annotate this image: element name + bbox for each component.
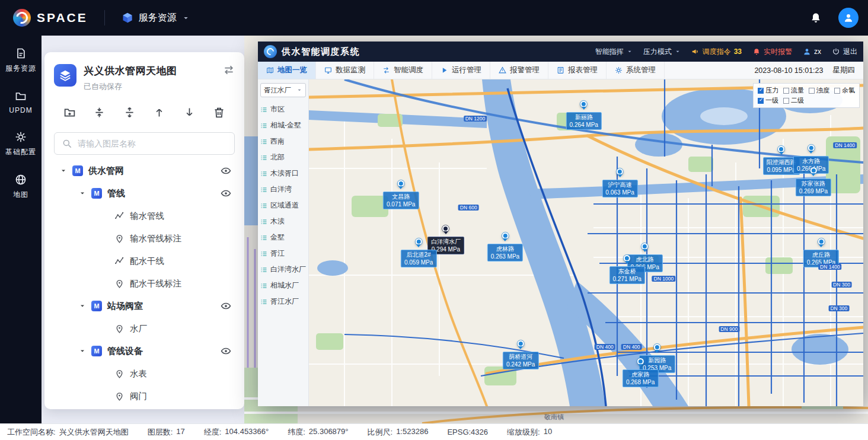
pressure-marker-虎家路[interactable]: 虎家路0.268 MPa bbox=[623, 358, 658, 387]
eye-icon[interactable] bbox=[221, 188, 231, 199]
tree-item-阀门[interactable]: 阀门 bbox=[54, 385, 235, 407]
tree-item-管线[interactable]: M管线 bbox=[54, 182, 235, 205]
eye-icon[interactable] bbox=[221, 346, 231, 356]
dispatch-orders-button[interactable]: 调度指令 33 bbox=[691, 47, 742, 57]
zone-list-icon bbox=[260, 122, 267, 129]
caret-down-icon[interactable] bbox=[79, 190, 86, 197]
run-icon bbox=[441, 66, 448, 74]
search-input[interactable] bbox=[78, 139, 227, 148]
sidebar-item-地图[interactable]: 地图 bbox=[13, 174, 28, 200]
pressure-marker-苏家张路[interactable]: 苏家张路0.269 MPa bbox=[796, 167, 831, 196]
realtime-alarm-button[interactable]: 实时报警 bbox=[752, 47, 792, 57]
tree-item-label: 配水干线 bbox=[130, 256, 164, 267]
legend-item-压力[interactable]: 压力 bbox=[758, 86, 778, 95]
zone-item-相城水厂[interactable]: 相城水厂 bbox=[260, 278, 306, 294]
caret-down-icon[interactable] bbox=[60, 167, 67, 174]
checkbox-icon[interactable] bbox=[809, 88, 815, 94]
layer-search bbox=[54, 132, 235, 155]
tab-数据监测[interactable]: 数据监测 bbox=[316, 62, 374, 79]
pressure-marker-东金桥[interactable]: 东金桥0.271 MPa bbox=[609, 255, 645, 284]
zone-list-icon bbox=[260, 106, 267, 113]
zone-list-icon bbox=[260, 202, 267, 209]
zone-label: 胥江水厂 bbox=[270, 296, 299, 307]
tab-运行管理[interactable]: 运行管理 bbox=[432, 62, 490, 79]
checkbox-icon[interactable] bbox=[834, 88, 840, 94]
tree-item-站场阀室[interactable]: M站场阀室 bbox=[54, 295, 235, 317]
pressure-marker-后北道2#[interactable]: 后北道2#0.059 MPa bbox=[401, 238, 436, 267]
checkbox-icon[interactable] bbox=[783, 98, 789, 104]
tree-item-输水管线标注[interactable]: 输水管线标注 bbox=[54, 227, 235, 250]
user-menu[interactable]: zx bbox=[803, 47, 821, 56]
zone-item-区域通道[interactable]: 区域通道 bbox=[260, 197, 306, 213]
zone-item-相城-金墅[interactable]: 相城-金墅 bbox=[260, 117, 306, 133]
eye-icon[interactable] bbox=[221, 165, 231, 176]
header-menu-智能指挥[interactable]: 智能指挥 bbox=[595, 47, 633, 57]
swap-button[interactable] bbox=[223, 64, 235, 76]
legend-item-流量[interactable]: 流量 bbox=[783, 86, 804, 95]
expand-vertical-button[interactable] bbox=[119, 101, 140, 123]
zone-item-白洋湾[interactable]: 白洋湾 bbox=[260, 181, 306, 197]
header-menus: 智能指挥 压力模式 bbox=[595, 47, 681, 57]
header-menu-压力模式[interactable]: 压力模式 bbox=[643, 47, 681, 57]
legend-item-浊度[interactable]: 浊度 bbox=[809, 86, 829, 95]
dispatch-title: 供水智能调度系统 bbox=[282, 46, 360, 58]
pressure-marker-虎丘路[interactable]: 虎丘路0.265 MPa bbox=[803, 238, 839, 267]
pressure-marker-荫桥道河[interactable]: 荫桥道河0.242 MPa bbox=[503, 340, 538, 369]
tree-item-水厂[interactable]: 水厂 bbox=[54, 317, 235, 340]
bell-icon[interactable] bbox=[810, 12, 822, 24]
zone-item-胥江水厂[interactable]: 胥江水厂 bbox=[260, 294, 306, 310]
pipe-label-2: DN 1400 bbox=[833, 142, 857, 148]
station-select[interactable]: 胥江水厂 bbox=[260, 83, 306, 97]
checkbox-icon[interactable] bbox=[783, 88, 789, 94]
checkbox-icon[interactable] bbox=[758, 98, 764, 104]
sidebar-item-基础配置[interactable]: 基础配置 bbox=[5, 131, 36, 157]
map-area[interactable]: 新丽路0.264 MPa 阳澄湖西路0.095 MPa 永方路0.266 MPa… bbox=[309, 79, 863, 406]
status-label: 缩放级别: bbox=[507, 427, 540, 438]
nav-service-resources[interactable]: 服务资源 bbox=[122, 12, 190, 24]
zone-item-西南[interactable]: 西南 bbox=[260, 133, 306, 149]
logout-button[interactable]: 退出 bbox=[832, 47, 857, 57]
tree-item-供水管网[interactable]: M供水管网 bbox=[54, 160, 235, 182]
checkbox-icon[interactable] bbox=[758, 88, 764, 94]
tree-item-水表[interactable]: 水表 bbox=[54, 362, 235, 385]
tree-item-配水干线[interactable]: 配水干线 bbox=[54, 250, 235, 272]
zone-item-白洋湾水厂[interactable]: 白洋湾水厂 bbox=[260, 262, 306, 278]
legend-item-一级[interactable]: 一级 bbox=[758, 96, 778, 105]
folder-plus-button[interactable] bbox=[59, 101, 80, 123]
arrow-down-button[interactable] bbox=[178, 101, 200, 123]
tab-智能调度[interactable]: 智能调度 bbox=[374, 62, 432, 79]
legend-label: 余氯 bbox=[842, 86, 855, 95]
trash-button[interactable] bbox=[209, 101, 230, 123]
caret-down-icon[interactable] bbox=[79, 347, 86, 355]
legend-item-二级[interactable]: 二级 bbox=[783, 96, 804, 105]
legend-item-余氯[interactable]: 余氯 bbox=[834, 86, 855, 95]
pressure-marker-新丽路[interactable]: 新丽路0.264 MPa bbox=[566, 101, 602, 130]
tab-地图一览[interactable]: 地图一览 bbox=[258, 62, 316, 79]
zone-item-木渎胥口[interactable]: 木渎胥口 bbox=[260, 165, 306, 181]
tab-报警管理[interactable]: 报警管理 bbox=[490, 62, 548, 79]
zone-item-胥江[interactable]: 胥江 bbox=[260, 245, 306, 262]
report-icon bbox=[557, 66, 564, 74]
tree-item-管线设备[interactable]: M管线设备 bbox=[54, 340, 235, 362]
zone-item-木渎[interactable]: 木渎 bbox=[260, 213, 306, 229]
pin-icon bbox=[114, 324, 125, 334]
arrow-up-button[interactable] bbox=[149, 101, 170, 123]
pressure-marker-文昌路[interactable]: 文昌路0.071 MPa bbox=[383, 180, 419, 209]
zone-item-北部[interactable]: 北部 bbox=[260, 149, 306, 165]
tab-系统管理[interactable]: 系统管理 bbox=[607, 62, 665, 79]
pressure-marker-沪宁高速[interactable]: 沪宁高速0.063 MPa bbox=[602, 168, 637, 197]
pressure-marker-虎林路[interactable]: 虎林路0.263 MPa bbox=[487, 232, 523, 262]
caret-down-icon[interactable] bbox=[79, 302, 86, 310]
eye-icon[interactable] bbox=[221, 301, 231, 311]
collapse-vertical-button[interactable] bbox=[89, 101, 110, 123]
tab-报表管理[interactable]: 报表管理 bbox=[548, 62, 607, 79]
sidebar-item-服务资源[interactable]: 服务资源 bbox=[5, 47, 36, 74]
pin-tip bbox=[503, 238, 508, 244]
zone-item-金墅[interactable]: 金墅 bbox=[260, 229, 306, 245]
zone-item-市区[interactable]: 市区 bbox=[260, 101, 306, 117]
sidebar-item-UPDM[interactable]: UPDM bbox=[9, 90, 32, 114]
tree-item-配水干线标注[interactable]: 配水干线标注 bbox=[54, 272, 235, 295]
arrow-up-icon bbox=[153, 106, 165, 119]
tree-item-输水管线[interactable]: 输水管线 bbox=[54, 205, 235, 227]
avatar[interactable] bbox=[838, 8, 859, 28]
